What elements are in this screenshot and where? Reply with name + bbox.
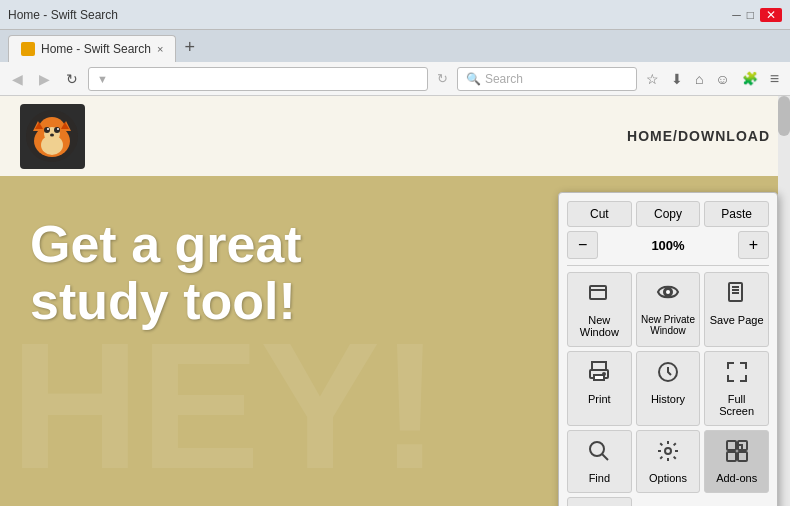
addons-icon (725, 439, 749, 468)
scrollbar-thumb[interactable] (778, 96, 790, 136)
search-icon: 🔍 (466, 72, 481, 86)
tab-bar: Home - Swift Search × + (0, 30, 790, 62)
zoom-out-button[interactable]: − (567, 231, 598, 259)
svg-point-6 (54, 127, 60, 133)
svg-rect-14 (590, 286, 606, 299)
svg-point-27 (590, 442, 604, 456)
new-private-window-button[interactable]: New Private Window (636, 272, 701, 347)
history-label: History (651, 393, 685, 405)
options-icon (656, 439, 680, 468)
tab-label: Home - Swift Search (41, 42, 151, 56)
reload-button[interactable]: ↻ (60, 67, 84, 91)
title-bar-text: Home - Swift Search (8, 8, 118, 22)
print-button[interactable]: Print (567, 351, 632, 426)
header-nav[interactable]: HOME/DOWNLOAD (627, 128, 770, 144)
back-button[interactable]: ◀ (6, 67, 29, 91)
history-icon (656, 360, 680, 389)
bookmark-button[interactable]: ☆ (641, 68, 664, 90)
extension-button[interactable]: 🧩 (737, 68, 763, 89)
fullscreen-button[interactable]: Full Screen (704, 351, 769, 426)
zoom-in-button[interactable]: + (738, 231, 769, 259)
edit-row: Cut Copy Paste (567, 201, 769, 227)
svg-line-28 (602, 454, 608, 460)
svg-rect-30 (727, 441, 736, 450)
svg-rect-24 (594, 375, 604, 380)
print-label: Print (588, 393, 611, 405)
download-button[interactable]: ⬇ (666, 68, 688, 90)
page-header: HOME/DOWNLOAD (0, 96, 790, 176)
svg-point-7 (47, 128, 49, 130)
svg-point-25 (603, 373, 605, 375)
close-btn[interactable]: ✕ (760, 8, 782, 22)
address-bar[interactable]: ▼ (88, 67, 428, 91)
new-window-label: New Window (572, 314, 627, 338)
nav-icons: ☆ ⬇ ⌂ ☺ 🧩 ≡ (641, 67, 784, 91)
fullscreen-label: Full Screen (709, 393, 764, 417)
paste-button[interactable]: Paste (704, 201, 769, 227)
zoom-value: 100% (602, 238, 733, 253)
find-button[interactable]: Find (567, 430, 632, 493)
fullscreen-icon (725, 360, 749, 389)
menu-grid-4: Developer (567, 497, 769, 506)
menu-grid-2: Print History (567, 351, 769, 426)
svg-rect-32 (727, 452, 736, 461)
options-label: Options (649, 472, 687, 484)
minimize-btn[interactable]: ─ (732, 8, 741, 22)
find-icon (587, 439, 611, 468)
new-window-button[interactable]: New Window (567, 272, 632, 347)
scrollbar[interactable] (778, 96, 790, 506)
forward-button[interactable]: ▶ (33, 67, 56, 91)
addons-button[interactable]: Add-ons (704, 430, 769, 493)
maximize-btn[interactable]: □ (747, 8, 754, 22)
home-button[interactable]: ⌂ (690, 68, 708, 90)
print-icon (587, 360, 611, 389)
menu-grid-3: Find Options (567, 430, 769, 493)
new-window-icon (587, 281, 611, 310)
save-page-button[interactable]: Save Page (704, 272, 769, 347)
new-tab-button[interactable]: + (176, 37, 203, 58)
svg-point-9 (50, 133, 54, 136)
history-button[interactable]: History (636, 351, 701, 426)
developer-button[interactable]: Developer (567, 497, 632, 506)
svg-point-5 (44, 127, 50, 133)
svg-point-8 (57, 128, 59, 130)
search-placeholder: Search (485, 72, 523, 86)
tab-favicon (21, 42, 35, 56)
user-button[interactable]: ☺ (710, 68, 734, 90)
site-logo (20, 104, 85, 169)
title-bar: Home - Swift Search ─ □ ✕ (0, 0, 790, 30)
dropdown-menu: Cut Copy Paste − 100% + New Window (558, 192, 778, 506)
page-content: HOME/DOWNLOAD Get a great study tool! HE… (0, 96, 790, 506)
menu-button[interactable]: ≡ (765, 67, 784, 91)
menu-grid-1: New Window New Private Window (567, 272, 769, 347)
find-label: Find (589, 472, 610, 484)
svg-rect-33 (738, 452, 747, 461)
svg-rect-22 (592, 362, 606, 370)
separator-1 (567, 265, 769, 266)
svg-point-17 (666, 290, 670, 294)
tab-close-btn[interactable]: × (157, 43, 163, 55)
reload-confirm-btn[interactable]: ↻ (432, 68, 453, 89)
zoom-row: − 100% + (567, 231, 769, 259)
options-button[interactable]: Options (636, 430, 701, 493)
copy-button[interactable]: Copy (636, 201, 701, 227)
new-private-window-label: New Private Window (641, 314, 696, 336)
save-page-label: Save Page (710, 314, 764, 326)
active-tab[interactable]: Home - Swift Search × (8, 35, 176, 62)
addons-label: Add-ons (716, 472, 757, 484)
save-page-icon (725, 281, 749, 310)
address-dropdown-icon: ▼ (97, 73, 108, 85)
cut-button[interactable]: Cut (567, 201, 632, 227)
svg-point-29 (665, 448, 671, 454)
search-bar[interactable]: 🔍 Search (457, 67, 637, 91)
nav-bar: ◀ ▶ ↻ ▼ ↻ 🔍 Search ☆ ⬇ ⌂ ☺ 🧩 ≡ (0, 62, 790, 96)
private-window-icon (656, 281, 680, 310)
